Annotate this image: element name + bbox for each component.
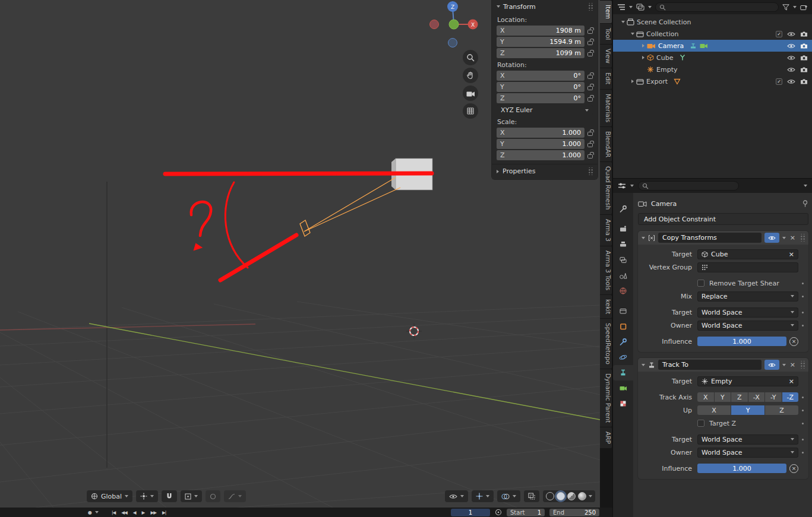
clear-target-icon[interactable]: × [789, 250, 794, 258]
influence-slider[interactable]: 1.000 [697, 464, 786, 473]
shading-wireframe-button[interactable] [546, 492, 554, 500]
animate-dot[interactable] [802, 397, 804, 398]
chevron-down-icon[interactable] [630, 185, 634, 187]
rotation-y-field[interactable]: Y 0° [497, 82, 584, 92]
snap-settings-dropdown[interactable] [181, 490, 202, 502]
animate-dot[interactable] [802, 283, 804, 284]
proportional-falloff-dropdown[interactable] [224, 490, 246, 502]
tab-speedretopo[interactable]: SpeedRetopo [600, 319, 612, 369]
properties-search-input[interactable] [638, 181, 739, 191]
chevron-right-icon[interactable] [631, 80, 634, 83]
lock-icon[interactable] [587, 132, 593, 136]
tab-view-layer-properties[interactable] [613, 252, 633, 268]
add-object-constraint-button[interactable]: Add Object Constraint [638, 213, 808, 225]
frame-end-field[interactable]: End 250 [549, 509, 599, 516]
outliner-editor-type-icon[interactable] [617, 4, 625, 11]
lock-icon[interactable] [587, 154, 593, 158]
lock-icon[interactable] [587, 86, 593, 90]
lock-icon[interactable] [587, 52, 593, 56]
location-x-field[interactable]: X 1908 m [497, 26, 584, 36]
tab-output-properties[interactable] [613, 237, 633, 252]
outliner-row-collection[interactable]: Collection ✓ [613, 28, 812, 40]
properties-section-header[interactable]: Properties [492, 164, 598, 178]
breadcrumb-object-name[interactable]: Camera [651, 200, 677, 208]
chevron-down-icon[interactable] [95, 511, 99, 513]
tab-materials[interactable]: Materials [600, 90, 612, 126]
panel-grip-icon[interactable] [587, 3, 593, 11]
eye-icon[interactable] [787, 67, 795, 72]
up-axis-x[interactable]: X [697, 405, 731, 415]
up-axis-y[interactable]: Y [731, 405, 764, 415]
outliner-row-empty[interactable]: Empty [613, 64, 812, 75]
constraint-name-field[interactable]: Track To [658, 360, 762, 370]
rotation-z-field[interactable]: Z 0° [497, 93, 584, 103]
tab-tool-properties[interactable] [613, 201, 633, 217]
tab-arma-3[interactable]: Arma 3 [600, 215, 612, 246]
track-axis-neg-x[interactable]: -X [748, 392, 765, 402]
collapse-icon[interactable] [642, 237, 645, 239]
chevron-down-icon[interactable] [793, 6, 797, 8]
rotation-x-field[interactable]: X 0° [497, 71, 584, 81]
tab-collection-properties[interactable] [613, 303, 633, 319]
influence-slider[interactable]: 1.000 [697, 337, 786, 346]
target-space-dropdown[interactable]: World Space [697, 434, 798, 445]
camera-view-button[interactable] [463, 85, 478, 101]
toggle-ortho-button[interactable] [463, 103, 478, 119]
constraint-close-button[interactable]: × [789, 361, 797, 369]
previous-keyframe-button[interactable]: ◀◀ [119, 509, 129, 516]
constraint-header[interactable]: Copy Transforms × [638, 231, 808, 245]
pan-tool-button[interactable] [463, 68, 478, 83]
track-axis-x[interactable]: X [697, 392, 714, 402]
decorator-override-icon[interactable]: × [789, 337, 798, 346]
outliner-row-cube[interactable]: Cube [613, 52, 812, 64]
tab-dynamic-parent[interactable]: Dynamic Parent [600, 369, 612, 427]
tab-constraint-properties[interactable] [613, 365, 633, 380]
display-mode-icon[interactable] [636, 4, 644, 11]
tab-arp[interactable]: ARP [600, 427, 612, 448]
tab-scene-properties[interactable] [613, 268, 633, 283]
play-reverse-button[interactable]: ◀ [131, 509, 138, 516]
tab-object-data-properties[interactable] [613, 380, 633, 396]
tab-item[interactable]: Item [600, 1, 612, 23]
tab-object-properties[interactable] [613, 319, 633, 334]
scale-z-field[interactable]: Z 1.000 [497, 150, 584, 160]
animate-dot[interactable] [802, 312, 804, 313]
xray-toggle-button[interactable] [524, 490, 539, 502]
track-axis-neg-y[interactable]: -Y [765, 392, 782, 402]
owner-space-dropdown[interactable]: World Space [697, 448, 798, 458]
lock-icon[interactable] [587, 30, 593, 34]
tab-view[interactable]: View [600, 45, 612, 68]
track-axis-neg-z[interactable]: -Z [782, 392, 799, 402]
vertex-group-field[interactable] [697, 262, 798, 272]
chevron-down-icon[interactable] [804, 185, 807, 187]
jump-to-start-button[interactable]: |◀ [109, 509, 118, 516]
chevron-down-icon[interactable] [631, 33, 634, 35]
gizmos-dropdown[interactable] [472, 490, 494, 502]
tab-modifier-properties[interactable] [613, 334, 633, 350]
show-object-types-dropdown[interactable] [445, 490, 468, 502]
animate-dot[interactable] [802, 296, 804, 297]
rotation-mode-dropdown[interactable]: XYZ Euler [497, 105, 593, 115]
tab-world-properties[interactable] [613, 283, 633, 299]
outliner-row-camera[interactable]: Camera [613, 40, 812, 52]
scale-y-field[interactable]: Y 1.000 [497, 139, 584, 149]
render-visibility-camera-icon[interactable] [800, 78, 808, 84]
collapse-icon[interactable] [642, 364, 645, 366]
shading-solid-button[interactable] [557, 492, 565, 500]
outliner-search-input[interactable] [655, 2, 779, 12]
owner-space-dropdown[interactable]: World Space [697, 321, 798, 331]
new-collection-icon[interactable] [800, 4, 808, 11]
animate-dot[interactable] [802, 452, 804, 453]
frame-start-field[interactable]: Start 1 [507, 509, 545, 516]
chevron-right-icon[interactable] [642, 44, 644, 47]
tab-kekit[interactable]: kekit [600, 295, 612, 318]
collection-checkbox[interactable]: ✓ [776, 31, 782, 37]
eye-icon[interactable] [787, 31, 795, 37]
constraint-header[interactable]: Track To × [638, 358, 808, 372]
clear-target-icon[interactable]: × [789, 378, 794, 385]
tab-physics-properties[interactable] [613, 350, 633, 365]
lock-icon[interactable] [587, 75, 593, 79]
collection-checkbox[interactable]: ✓ [776, 78, 782, 85]
outliner-row-scene-collection[interactable]: Scene Collection [613, 16, 812, 28]
lock-icon[interactable] [587, 97, 593, 102]
